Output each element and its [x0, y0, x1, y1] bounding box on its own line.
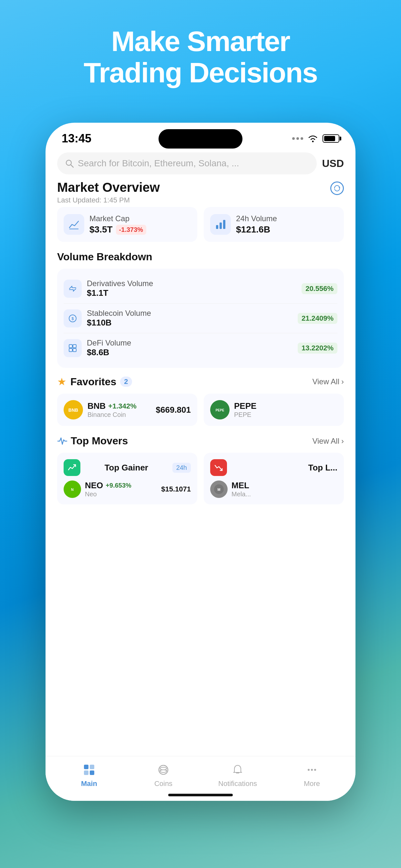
nav-item-more[interactable]: More: [292, 763, 331, 788]
stablecoin-info: Stablecoin Volume $110B: [87, 309, 292, 328]
status-icons: [292, 134, 339, 143]
mel-symbol: MEL: [232, 480, 337, 491]
main-nav-label: Main: [81, 779, 97, 788]
refresh-button[interactable]: [330, 182, 344, 195]
currency-label[interactable]: USD: [322, 158, 344, 169]
loser-label: Top L...: [308, 463, 338, 473]
mel-info: MEL Mela...: [232, 480, 337, 498]
pepe-avatar: PEPE: [210, 400, 229, 420]
svg-rect-21: [90, 765, 94, 769]
neo-info: NEO +9.653% Neo: [85, 480, 157, 498]
battery-icon: [322, 134, 339, 143]
list-item[interactable]: DeFi Volume $8.6B 13.2202%: [64, 333, 337, 363]
bnb-info: BNB +1.342% Binance Coin: [88, 401, 151, 418]
derivatives-icon-box: [64, 280, 82, 298]
mel-avatar: M: [210, 480, 227, 498]
svg-text:N: N: [71, 488, 73, 492]
mover-cards-row: Top Gainer 24h N NEO: [57, 453, 344, 504]
svg-line-2: [71, 165, 73, 167]
promo-line2: Trading Decisions: [84, 57, 317, 89]
search-icon: [65, 159, 74, 168]
signal-icon: [292, 137, 303, 140]
defi-icon: [68, 343, 78, 353]
search-bar-area: Search for Bitcoin, Ethereum, Solana, ..…: [45, 149, 356, 180]
svg-rect-22: [84, 771, 89, 775]
defi-pct: 13.2202%: [298, 343, 337, 353]
status-bar: 13:45: [45, 123, 356, 149]
loser-coin-row: M MEL Mela...: [210, 480, 337, 498]
bnb-avatar: BNB: [64, 400, 83, 420]
neo-symbol: NEO: [85, 480, 103, 491]
defi-info: DeFi Volume $8.6B: [87, 338, 292, 358]
movers-title-row: Top Movers: [57, 435, 128, 447]
derivatives-name: Derivatives Volume: [87, 279, 297, 288]
volume-label: 24h Volume: [236, 214, 337, 223]
pepe-symbol: PEPE: [234, 401, 337, 411]
defi-value: $8.6B: [87, 347, 292, 358]
svg-rect-5: [223, 220, 225, 229]
list-item[interactable]: $ Stablecoin Volume $110B 21.2409%: [64, 304, 337, 333]
defi-name: DeFi Volume: [87, 338, 292, 347]
svg-text:BNB: BNB: [68, 407, 78, 413]
svg-text:$: $: [72, 316, 74, 321]
search-placeholder: Search for Bitcoin, Ethereum, Solana, ..…: [78, 158, 239, 168]
volume-info: 24h Volume $121.6B: [236, 214, 337, 235]
nav-item-notifications[interactable]: Notifications: [218, 763, 257, 788]
neo-price: $15.1071: [161, 485, 191, 493]
top-gainer-card[interactable]: Top Gainer 24h N NEO: [57, 453, 197, 504]
favorites-star-icon: ★: [57, 376, 66, 388]
mel-fullname: Mela...: [232, 491, 337, 498]
market-cap-icon-box: [64, 214, 84, 235]
bnb-price: $669.801: [156, 405, 191, 415]
derivatives-pct: 20.556%: [302, 283, 337, 294]
volume-icon-box: [210, 214, 231, 235]
nav-item-main[interactable]: Main: [70, 763, 109, 788]
promo-line1: Make Smarter: [111, 25, 289, 57]
list-item[interactable]: Derivatives Volume $1.1T 20.556%: [64, 274, 337, 304]
favorites-row: BNB BNB +1.342% Binance Coin $669.801: [57, 394, 344, 426]
favorites-title-row: ★ Favorites 2: [57, 376, 132, 388]
favorites-view-all[interactable]: View All ›: [312, 377, 344, 386]
svg-rect-23: [90, 771, 94, 775]
svg-text:M: M: [217, 488, 220, 492]
volume-value: $121.6B: [236, 224, 337, 235]
home-indicator: [168, 794, 233, 796]
list-item[interactable]: PEPE PEPE PEPE: [204, 394, 344, 426]
market-cap-card[interactable]: Market Cap $3.5T -1.373%: [57, 207, 197, 242]
main-nav-icon: [82, 763, 96, 777]
more-nav-icon: [305, 763, 319, 777]
pepe-fullname: PEPE: [234, 411, 337, 418]
defi-icon-box: [64, 339, 82, 357]
volume-breakdown-card: Derivatives Volume $1.1T 20.556% $ Stabl: [57, 269, 344, 368]
coins-nav-label: Coins: [154, 779, 173, 788]
svg-point-32: [314, 769, 316, 771]
derivatives-icon: [68, 284, 78, 293]
top-loser-card[interactable]: Top L... M MEL Mela...: [204, 453, 344, 504]
gainer-icon-box: [64, 459, 81, 476]
movers-view-all[interactable]: View All ›: [312, 437, 344, 445]
volume-card[interactable]: 24h Volume $121.6B: [204, 207, 344, 242]
pepe-info: PEPE PEPE: [234, 401, 337, 418]
market-cap-info: Market Cap $3.5T -1.373%: [89, 214, 191, 235]
gainer-coin-row: N NEO +9.653% Neo $15.1071: [64, 480, 191, 498]
main-content: Market Overview Last Updated: 1:45 PM: [45, 180, 356, 511]
favorites-title: Favorites: [70, 376, 116, 388]
volume-breakdown-title: Volume Breakdown: [57, 251, 344, 263]
top-movers-header: Top Movers View All ›: [57, 435, 344, 447]
volume-icon: [215, 219, 226, 230]
dynamic-island: [158, 129, 243, 149]
wifi-icon: [307, 134, 319, 143]
movers-title: Top Movers: [71, 435, 128, 447]
svg-point-31: [311, 769, 313, 771]
svg-point-0: [312, 141, 314, 143]
list-item[interactable]: BNB BNB +1.342% Binance Coin $669.801: [57, 394, 197, 426]
coins-nav-icon: [156, 763, 171, 777]
search-bar[interactable]: Search for Bitcoin, Ethereum, Solana, ..…: [57, 152, 317, 175]
nav-item-coins[interactable]: Coins: [144, 763, 183, 788]
stablecoin-icon-box: $: [64, 309, 82, 328]
phone-frame: 13:45: [45, 123, 356, 801]
bnb-change: +1.342%: [108, 402, 136, 410]
gainer-timeframe: 24h: [173, 463, 191, 473]
gainer-label: Top Gainer: [104, 463, 148, 473]
notifications-nav-label: Notifications: [218, 779, 257, 788]
